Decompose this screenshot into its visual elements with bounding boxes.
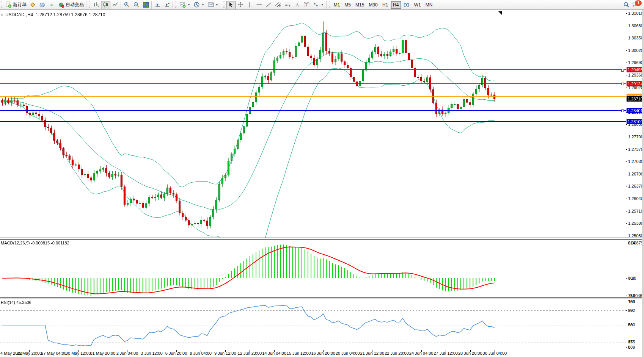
arrows-tool-button[interactable]: ▼ [311,1,325,9]
toolbar-grip[interactable] [89,2,90,8]
horizontal-line-tool-button[interactable] [254,1,264,9]
time-tick-mark [274,350,275,352]
mt4-terminal: 新订单 [0,0,644,357]
fibonacci-tool-button[interactable]: F [283,1,292,9]
pane-separator[interactable] [0,297,642,299]
equidistant-channel-tool-button[interactable]: E [273,1,283,9]
pane-separator[interactable] [0,238,642,240]
autotrading-label: 自动交易 [66,2,84,8]
time-tick-mark [250,350,250,352]
chart-menu-icon[interactable]: ▾ [1,13,3,17]
vertical-line-tool-button[interactable] [245,1,254,9]
horizontal-line[interactable] [0,96,626,97]
time-tick-mark [446,350,446,352]
rsi-tick-label: 80 [628,308,633,313]
timeframe-m15[interactable]: M15 [353,1,366,9]
chart-shift-button[interactable] [162,1,172,9]
tile-windows-button[interactable] [141,1,151,9]
time-tick-mark [470,350,471,352]
toolbar-separator [326,1,327,9]
text-label-tool-button[interactable]: T [302,1,311,9]
zoom-out-button[interactable] [132,1,141,9]
vertical-line-icon [247,2,253,8]
price-chart-canvas[interactable] [0,10,626,238]
line-handle[interactable] [621,69,624,72]
toolbar-grip[interactable] [175,2,176,8]
timeframe-h4[interactable]: H4 [391,1,401,9]
channel-icon: E [275,2,281,8]
new-order-button[interactable]: 新订单 [4,1,28,9]
toolbar-right: 1 [623,1,644,9]
line-handle[interactable] [621,110,624,112]
text-icon: A [294,2,300,8]
bar-chart-mode-button[interactable] [91,1,101,9]
timeframe-m1[interactable]: M1 [332,1,342,9]
search-icon[interactable] [623,2,630,8]
toolbar-separator [173,1,173,9]
zoom-in-button[interactable] [122,1,132,9]
time-tick-mark [495,350,495,352]
timeframe-m5[interactable]: M5 [342,1,353,9]
autotrading-button[interactable]: 自动交易 [57,1,85,9]
timeframe-group: M1M5M15M30H1H4D1W1MN [331,1,435,9]
rsi-pane-canvas[interactable] [0,299,626,350]
cloud-icon [39,2,46,8]
timeframe-mn[interactable]: MN [424,1,435,9]
new-chart-button[interactable]: ▼ [178,1,192,9]
price-tick-label: 1.26370 [628,184,643,188]
trendline-icon [265,2,272,8]
time-tick-mark [421,350,422,352]
rsi-tick-label: 100 [628,299,635,304]
text-tool-button[interactable]: A [292,1,302,9]
timeframe-m30[interactable]: M30 [367,1,379,9]
vertical-scrollbar[interactable] [642,10,644,357]
metaeditor-icon [30,2,36,8]
new-order-icon [5,2,12,8]
bar-chart-icon [93,2,99,8]
dropdown-caret-icon: ▼ [187,3,190,6]
time-tick-mark [29,350,30,352]
horizontal-line[interactable] [0,121,626,122]
line-chart-mode-button[interactable] [110,1,120,9]
line-chart-icon [112,2,118,8]
chart-shift-icon [164,2,170,8]
horizontal-line[interactable] [0,83,626,84]
crosshair-tool-button[interactable] [236,1,245,9]
line-handle[interactable] [621,83,624,85]
new-order-label: 新订单 [13,2,27,8]
horizontal-line[interactable] [0,110,626,111]
signals-button[interactable] [47,1,57,9]
cursor-tool-button[interactable] [226,1,236,9]
dropdown-caret-icon: ▼ [321,3,324,6]
time-tick-mark [397,350,397,352]
toolbar-grip[interactable] [223,2,225,8]
notifications-button[interactable]: 1 [632,1,640,9]
market-watch-button[interactable] [38,1,47,9]
time-tick-mark [176,350,177,352]
rsi-tick-label: 15 [628,340,633,344]
macd-pane-canvas[interactable] [0,240,626,296]
toolbar-separator [151,1,152,9]
timeframe-h1[interactable]: H1 [380,1,390,9]
toolbar-grip[interactable] [1,2,2,8]
timeframe-w1[interactable]: W1 [412,1,423,9]
timeframe-d1[interactable]: D1 [402,1,412,9]
scroll-to-end-marker[interactable] [498,11,502,15]
price-tick-label: 1.25050 [628,233,643,238]
price-tick-label: 1.26700 [628,172,643,176]
horizontal-line-icon [256,2,262,8]
period-button[interactable]: ▼ [192,1,206,9]
candle-chart-mode-button[interactable] [101,1,110,9]
price-tick-label: 1.26040 [628,196,643,201]
template-button[interactable]: ▼ [206,1,220,9]
trendline-tool-button[interactable] [264,1,273,9]
rsi-label: RSI(14) 45.3506 [1,300,31,305]
tile-windows-icon [143,2,149,8]
auto-scroll-icon [154,2,161,8]
metaeditor-button[interactable] [28,1,38,9]
template-icon [207,2,214,8]
horizontal-line[interactable] [0,69,626,70]
toolbar-grip[interactable] [329,2,330,8]
auto-scroll-button[interactable] [153,1,162,9]
time-tick-mark [201,350,201,352]
